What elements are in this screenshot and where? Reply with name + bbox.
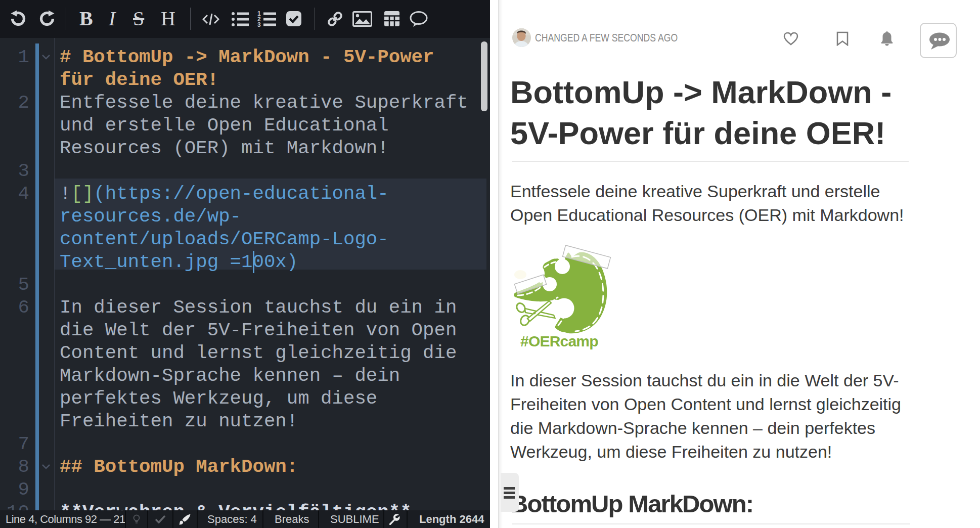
svg-text:3: 3 bbox=[257, 21, 261, 27]
